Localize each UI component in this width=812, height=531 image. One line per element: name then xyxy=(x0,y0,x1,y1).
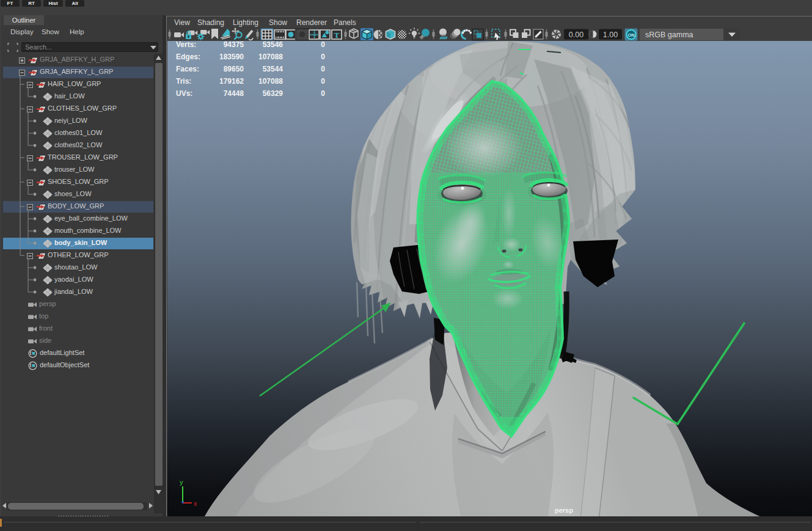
svg-text:y: y xyxy=(180,478,183,486)
svg-text:T: T xyxy=(334,31,340,40)
svg-text:x: x xyxy=(194,500,197,507)
svg-text:sRGB gamma: sRGB gamma xyxy=(645,31,693,39)
svg-text:1.00: 1.00 xyxy=(603,31,618,39)
svg-text:0.00: 0.00 xyxy=(569,31,583,39)
svg-text:ON: ON xyxy=(627,32,634,38)
